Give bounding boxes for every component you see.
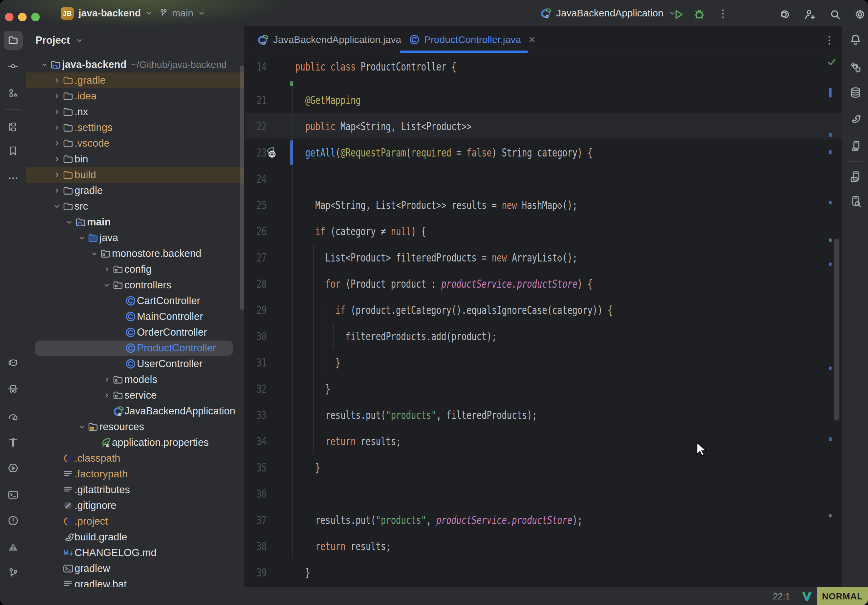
chevron-right-icon[interactable] xyxy=(102,391,111,399)
chevron-right-icon[interactable] xyxy=(53,170,61,179)
chevron-down-icon[interactable] xyxy=(78,234,86,242)
inspections-ok-icon[interactable] xyxy=(826,56,837,68)
ai-assistant-icon[interactable] xyxy=(846,58,865,77)
chevron-right-icon[interactable] xyxy=(53,76,61,85)
tree-item-gradlew-bat[interactable]: gradlew.bat xyxy=(26,576,245,586)
tree-item-productcontroller[interactable]: ProductController xyxy=(26,340,245,356)
tree-item-java[interactable]: java xyxy=(26,230,245,246)
chevron-down-icon[interactable] xyxy=(53,202,61,210)
structure-icon[interactable] xyxy=(4,84,23,102)
profiler-icon[interactable] xyxy=(4,407,23,426)
settings-button[interactable] xyxy=(854,8,867,21)
more-actions-button[interactable] xyxy=(717,8,729,20)
vim-mode-badge[interactable]: NORMAL xyxy=(817,587,868,605)
project-logo[interactable]: JB xyxy=(61,7,74,20)
more-icon[interactable] xyxy=(4,169,23,188)
chevron-down-icon[interactable] xyxy=(78,422,86,431)
tree-item-changelog-md[interactable]: MCHANGELOG.md xyxy=(26,545,245,561)
tab-productcontroller-java[interactable]: ProductController.java✕ xyxy=(408,26,535,53)
notifications-bell-icon[interactable] xyxy=(846,30,865,49)
tree-item-gradle[interactable]: gradle xyxy=(26,183,245,198)
bookmarks-icon[interactable] xyxy=(4,141,23,161)
tree-item--gradle[interactable]: .gradle xyxy=(26,73,245,88)
ideavim-icon[interactable] xyxy=(800,590,814,603)
run-configuration-menu[interactable]: JavaBackendApplication xyxy=(540,0,677,26)
tree-item-service[interactable]: service xyxy=(26,387,245,403)
chevron-down-icon[interactable] xyxy=(40,60,49,69)
tree-item-application-properties[interactable]: application.properties xyxy=(26,435,245,450)
close-tab-icon[interactable]: ✕ xyxy=(528,35,535,45)
tree-item-config[interactable]: config xyxy=(26,261,245,277)
hierarchy-icon[interactable] xyxy=(4,118,23,136)
chevron-right-icon[interactable] xyxy=(102,375,111,384)
tree-item-main[interactable]: main xyxy=(26,214,245,230)
tree-item--idea[interactable]: .idea xyxy=(26,88,245,104)
warning-icon[interactable] xyxy=(4,537,23,557)
chevron-right-icon[interactable] xyxy=(53,108,61,116)
chevron-right-icon[interactable] xyxy=(53,186,61,195)
tree-item-java-backend[interactable]: java-backend~/Github/java-backend xyxy=(26,57,245,73)
chevron-right-icon[interactable] xyxy=(102,265,111,274)
terminal-icon[interactable] xyxy=(4,485,23,504)
tree-item--settings[interactable]: .settings xyxy=(26,120,245,136)
git-branch-icon[interactable] xyxy=(4,563,23,582)
zoom-window-button[interactable] xyxy=(31,13,40,21)
device-android-icon[interactable] xyxy=(846,136,865,156)
caret-position[interactable]: 22:1 xyxy=(773,587,790,605)
project-tree-scrollbar[interactable] xyxy=(240,65,244,310)
tree-item-models[interactable]: models xyxy=(26,372,245,387)
chevron-right-icon[interactable] xyxy=(53,123,61,132)
tree-item-maincontroller[interactable]: MainController xyxy=(26,309,245,325)
url-mapping-gutter-icon[interactable] xyxy=(265,146,278,159)
code-with-me-button[interactable] xyxy=(803,8,816,21)
tree-item-src[interactable]: src xyxy=(26,198,245,214)
project-name-menu[interactable]: java-backend xyxy=(79,0,153,26)
tree-item--classpath[interactable]: .classpath xyxy=(26,450,245,466)
code-editor[interactable]: 14public class ProductController {21 @Ge… xyxy=(245,53,842,586)
project-folder-icon[interactable] xyxy=(4,31,23,50)
tree-item--factorypath[interactable]: .factorypath xyxy=(26,466,245,482)
tree-item-build[interactable]: build xyxy=(26,167,245,183)
debug-button[interactable] xyxy=(693,8,706,21)
copilot-cat-icon[interactable] xyxy=(4,354,23,373)
device-explorer-icon[interactable] xyxy=(846,192,865,210)
tree-item--gitattributes[interactable]: .gitattributes xyxy=(26,482,245,498)
tree-item--vscode[interactable]: .vscode xyxy=(26,136,245,151)
chevron-right-icon[interactable] xyxy=(53,139,61,148)
tab-options-button[interactable] xyxy=(823,34,835,46)
tree-item-build-gradle[interactable]: build.gradle xyxy=(26,529,245,545)
tree-item-gradlew[interactable]: gradlew xyxy=(26,561,245,576)
ai-assistant-button[interactable] xyxy=(777,8,790,21)
run-button[interactable] xyxy=(672,8,685,21)
chevron-right-icon[interactable] xyxy=(53,155,61,163)
services-icon[interactable] xyxy=(4,459,23,478)
editor-scrollbar[interactable] xyxy=(834,238,839,421)
tree-item-monostore-backend[interactable]: monostore.backend xyxy=(26,246,245,261)
minimize-window-button[interactable] xyxy=(18,13,26,21)
tree-item--nx[interactable]: .nx xyxy=(26,104,245,120)
chevron-down-icon[interactable] xyxy=(65,218,74,226)
chevron-right-icon[interactable] xyxy=(53,92,61,101)
tab-javabackendapplication-java[interactable]: JavaBackendApplication.java xyxy=(257,26,401,53)
gradle-icon[interactable] xyxy=(846,109,865,128)
project-panel-header[interactable]: Project xyxy=(36,26,84,54)
tree-item-resources[interactable]: resources xyxy=(26,419,245,435)
database-icon[interactable] xyxy=(846,83,865,102)
branch-menu[interactable]: main xyxy=(158,0,206,26)
commit-icon[interactable] xyxy=(4,57,23,76)
tree-item-usercontroller[interactable]: UserController xyxy=(26,356,245,372)
tree-item--gitignore[interactable]: .gitignore xyxy=(26,498,245,514)
running-devices-icon[interactable] xyxy=(846,167,865,186)
problems-icon[interactable] xyxy=(4,511,23,530)
tree-item--project[interactable]: .project xyxy=(26,514,245,529)
tree-item-cartcontroller[interactable]: CartController xyxy=(26,293,245,309)
tree-item-ordercontroller[interactable]: OrderController xyxy=(26,325,245,340)
chevron-down-icon[interactable] xyxy=(102,281,111,289)
tree-item-bin[interactable]: bin xyxy=(26,151,245,167)
tree-item-javabackendapplication[interactable]: JavaBackendApplication xyxy=(26,403,245,419)
build-hammer-icon[interactable] xyxy=(4,433,23,452)
close-window-button[interactable] xyxy=(5,13,14,21)
incognito-icon[interactable] xyxy=(4,380,23,399)
tree-item-controllers[interactable]: controllers xyxy=(26,277,245,293)
search-everywhere-button[interactable] xyxy=(829,8,842,21)
